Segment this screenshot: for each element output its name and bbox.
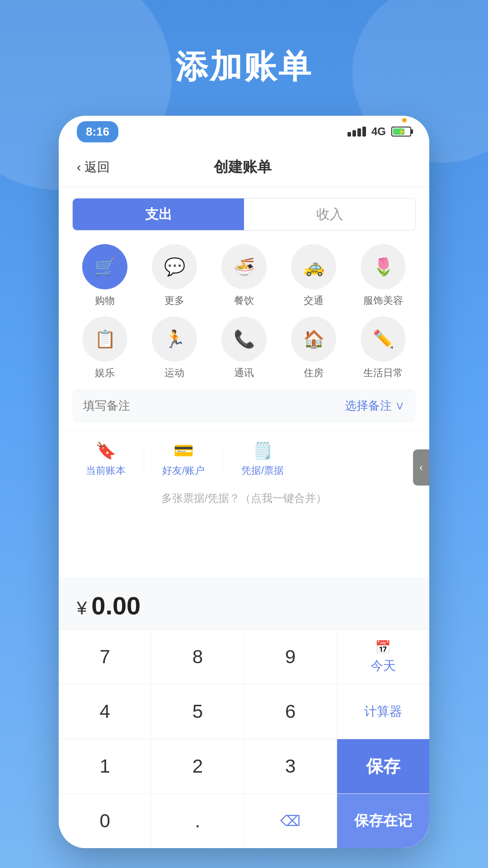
chevron-left-icon: ‹: [419, 461, 423, 474]
category-sports-icon: 🏃: [152, 316, 197, 362]
key-save[interactable]: 保存: [337, 739, 429, 793]
category-daily-icon: ✏️: [361, 316, 406, 362]
key-8[interactable]: 8: [151, 630, 244, 684]
numpad-row-4: 0 . ⌫ 保存在记: [59, 793, 429, 848]
category-housing-icon: 🏠: [291, 316, 336, 362]
category-shopping-icon: 🛒: [82, 244, 127, 289]
key-delete[interactable]: ⌫: [244, 794, 337, 848]
category-entertainment[interactable]: 📋 娱乐: [72, 316, 137, 380]
signal-icon: [347, 127, 366, 137]
status-right: 4G ⚡: [347, 125, 411, 138]
category-transport-icon: 🚕: [291, 244, 336, 289]
category-food-icon: 🍜: [221, 244, 267, 289]
key-4[interactable]: 4: [59, 684, 151, 739]
nav-title: 创建账单: [110, 157, 375, 177]
status-time: 8:16: [77, 121, 118, 142]
key-calculator[interactable]: 计算器: [337, 684, 429, 739]
amount-display: ¥ 0.00: [59, 577, 429, 629]
dot-indicator: [402, 118, 407, 123]
key-save-record[interactable]: 保存在记: [337, 794, 429, 848]
page-title: 添加账单: [175, 45, 313, 89]
panel-toggle[interactable]: ‹: [413, 449, 429, 486]
action-row: 🔖 当前账本 💳 好友/账户 🗒️ 凭据/票据: [59, 432, 429, 486]
category-more[interactable]: 💬 更多: [142, 244, 207, 307]
category-transport[interactable]: 🚕 交通: [281, 244, 346, 307]
back-chevron-icon: ‹: [77, 160, 81, 175]
category-telecom-icon: 📞: [221, 316, 267, 362]
key-6[interactable]: 6: [244, 684, 337, 739]
category-transport-label: 交通: [304, 294, 324, 307]
category-telecom-label: 通讯: [234, 366, 254, 380]
category-more-icon: 💬: [152, 244, 197, 289]
back-button[interactable]: ‹ 返回: [77, 159, 110, 176]
numpad-row-3: 1 2 3 保存: [59, 739, 429, 793]
category-daily-label: 生活日常: [363, 366, 403, 380]
category-food[interactable]: 🍜 餐饮: [211, 244, 277, 307]
receipt-icon: 🗒️: [253, 441, 273, 460]
delete-icon: ⌫: [280, 812, 300, 830]
remark-row: 选择备注 ∨: [72, 389, 416, 423]
chevron-down-icon: ∨: [395, 399, 405, 412]
category-daily[interactable]: ✏️ 生活日常: [351, 316, 416, 380]
page-background: 添加账单 8:16 4G ⚡ ‹ 返回 创建账单: [0, 0, 488, 868]
main-content: 支出 收入 🛒 购物 💬 更多 🍜 餐饮 🚕: [59, 187, 429, 848]
calculator-label: 计算器: [364, 703, 402, 720]
category-fashion[interactable]: 🌷 服饰美容: [351, 244, 416, 307]
status-bar: 8:16 4G ⚡: [59, 116, 429, 147]
numpad: 7 8 9 📅 今天 4 5 6 计算器: [59, 629, 429, 848]
friend-account-button[interactable]: 💳 好友/账户: [149, 437, 218, 482]
card-icon: 💳: [174, 441, 194, 460]
tab-expense[interactable]: 支出: [73, 198, 244, 230]
current-account-label: 当前账本: [86, 464, 126, 477]
category-sports-label: 运动: [164, 366, 184, 380]
remark-select-label: 选择备注: [345, 399, 392, 412]
voucher-button[interactable]: 🗒️ 凭据/票据: [228, 437, 297, 482]
key-2[interactable]: 2: [151, 739, 244, 793]
category-grid-row2: 📋 娱乐 🏃 运动 📞 通讯 🏠 住房 ✏️ 生活日常: [59, 312, 429, 389]
network-label: 4G: [371, 125, 386, 138]
back-label: 返回: [84, 159, 110, 176]
category-food-label: 餐饮: [234, 294, 254, 307]
action-divider-1: [144, 446, 144, 473]
key-1[interactable]: 1: [59, 739, 151, 793]
category-housing[interactable]: 🏠 住房: [281, 316, 346, 380]
currency-symbol: ¥: [77, 598, 87, 618]
key-7[interactable]: 7: [59, 630, 151, 684]
key-9[interactable]: 9: [244, 630, 337, 684]
category-grid-row1: 🛒 购物 💬 更多 🍜 餐饮 🚕 交通 🌷 服饰美容: [59, 240, 429, 316]
bookmark-icon: 🔖: [96, 441, 116, 460]
remark-select-button[interactable]: 选择备注 ∨: [345, 398, 405, 414]
remark-input[interactable]: [83, 399, 345, 413]
category-telecom[interactable]: 📞 通讯: [211, 316, 277, 380]
tab-switcher: 支出 收入: [72, 198, 416, 231]
category-housing-label: 住房: [304, 366, 324, 380]
amount-value: 0.00: [91, 591, 141, 620]
key-3[interactable]: 3: [244, 739, 337, 793]
today-label: 今天: [371, 657, 396, 675]
category-fashion-label: 服饰美容: [363, 294, 403, 307]
tab-income[interactable]: 收入: [244, 198, 415, 230]
numpad-row-2: 4 5 6 计算器: [59, 684, 429, 739]
calendar-icon: 📅: [375, 640, 391, 655]
key-5[interactable]: 5: [151, 684, 244, 739]
battery-icon: ⚡: [391, 127, 411, 137]
category-fashion-icon: 🌷: [361, 244, 406, 289]
category-shopping-label: 购物: [95, 294, 115, 307]
voucher-label: 凭据/票据: [241, 464, 284, 477]
category-shopping[interactable]: 🛒 购物: [72, 244, 137, 307]
current-account-button[interactable]: 🔖 当前账本: [72, 437, 139, 482]
category-more-label: 更多: [164, 294, 184, 307]
category-entertainment-icon: 📋: [82, 316, 127, 362]
key-0[interactable]: 0: [59, 794, 151, 848]
category-sports[interactable]: 🏃 运动: [142, 316, 207, 380]
key-today[interactable]: 📅 今天: [337, 630, 429, 684]
key-dot[interactable]: .: [151, 794, 244, 848]
numpad-row-1: 7 8 9 📅 今天: [59, 629, 429, 684]
action-divider-2: [223, 446, 223, 473]
category-entertainment-label: 娱乐: [95, 366, 115, 380]
phone-frame: 8:16 4G ⚡ ‹ 返回 创建账单: [59, 116, 429, 848]
friend-account-label: 好友/账户: [162, 464, 205, 477]
merge-hint[interactable]: 多张票据/凭据？（点我一键合并）: [59, 486, 429, 514]
nav-bar: ‹ 返回 创建账单: [59, 147, 429, 187]
